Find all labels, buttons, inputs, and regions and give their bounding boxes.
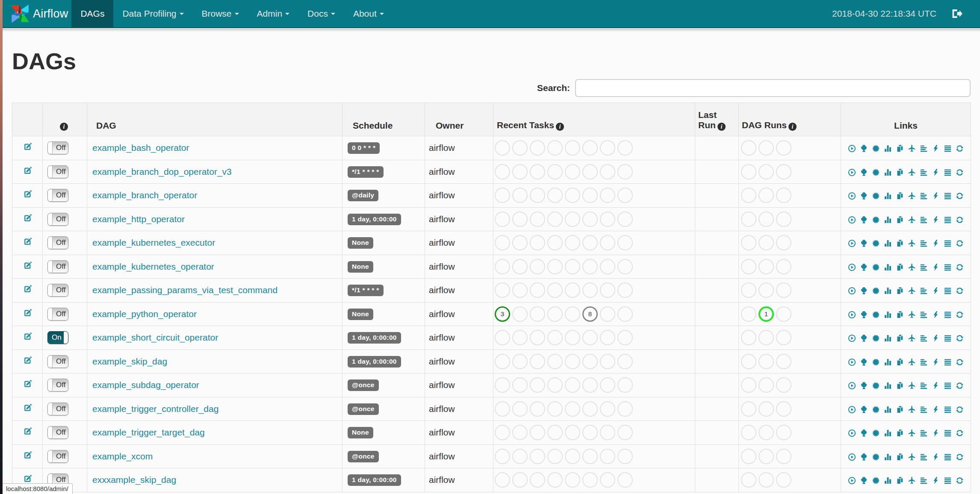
logout-button[interactable] bbox=[951, 8, 963, 20]
dag-toggle[interactable]: Off bbox=[47, 403, 68, 415]
task-state-circle[interactable] bbox=[547, 377, 563, 393]
duplicate-link[interactable] bbox=[896, 216, 904, 224]
play-circle-link[interactable] bbox=[848, 476, 856, 485]
flash-link[interactable] bbox=[932, 476, 940, 485]
refresh-link[interactable] bbox=[956, 168, 964, 176]
burst-link[interactable] bbox=[872, 192, 880, 200]
duplicate-link[interactable] bbox=[896, 382, 904, 390]
dag-run-circle[interactable] bbox=[759, 235, 774, 250]
task-state-circle[interactable] bbox=[547, 212, 563, 227]
task-state-circle[interactable] bbox=[495, 282, 510, 298]
bar-chart-link[interactable] bbox=[884, 476, 892, 485]
task-state-circle[interactable] bbox=[600, 259, 615, 274]
dag-run-circle[interactable] bbox=[741, 282, 756, 298]
tree-link[interactable] bbox=[860, 192, 868, 200]
duplicate-link[interactable] bbox=[896, 311, 904, 319]
align-justify-link[interactable] bbox=[944, 192, 952, 200]
flash-link[interactable] bbox=[932, 382, 940, 390]
nav-item-dags[interactable]: DAGs bbox=[71, 0, 113, 27]
dag-run-circle[interactable] bbox=[759, 330, 774, 345]
flash-link[interactable] bbox=[932, 358, 940, 366]
task-state-circle[interactable] bbox=[547, 306, 563, 322]
task-state-circle[interactable] bbox=[512, 259, 528, 274]
task-state-circle[interactable] bbox=[547, 330, 563, 345]
align-justify-link[interactable] bbox=[944, 334, 952, 342]
tree-link[interactable] bbox=[860, 239, 868, 247]
task-state-circle[interactable] bbox=[547, 259, 563, 274]
task-state-circle[interactable] bbox=[495, 259, 510, 274]
burst-link[interactable] bbox=[872, 263, 880, 271]
task-state-circle[interactable] bbox=[512, 212, 528, 227]
dag-toggle[interactable]: Off bbox=[47, 355, 68, 368]
bar-chart-link[interactable] bbox=[884, 287, 892, 295]
task-state-circle[interactable] bbox=[600, 140, 615, 156]
dag-link[interactable]: example_kubernetes_executor bbox=[92, 238, 215, 247]
dag-run-circle[interactable] bbox=[741, 472, 756, 488]
plane-link[interactable] bbox=[908, 406, 916, 414]
align-left-link[interactable] bbox=[920, 429, 928, 437]
align-justify-link[interactable] bbox=[944, 406, 952, 414]
flash-link[interactable] bbox=[932, 168, 940, 176]
dag-link[interactable]: example_bash_operator bbox=[92, 143, 189, 153]
dag-run-circle[interactable] bbox=[776, 188, 791, 203]
dag-toggle[interactable]: On bbox=[47, 331, 68, 344]
refresh-link[interactable] bbox=[956, 453, 964, 461]
info-icon[interactable]: i bbox=[556, 123, 564, 131]
task-state-circle[interactable] bbox=[512, 306, 528, 322]
align-justify-link[interactable] bbox=[944, 382, 952, 390]
task-state-circle[interactable] bbox=[617, 330, 633, 345]
dag-link[interactable]: example_skip_dag bbox=[92, 356, 167, 366]
task-state-circle[interactable] bbox=[617, 425, 633, 440]
task-state-circle[interactable] bbox=[600, 449, 615, 464]
flash-link[interactable] bbox=[932, 216, 940, 224]
task-state-circle[interactable] bbox=[495, 140, 510, 156]
task-state-circle[interactable] bbox=[565, 212, 580, 227]
task-state-circle[interactable] bbox=[530, 282, 545, 298]
header-owner[interactable]: Owner bbox=[425, 103, 493, 136]
dag-run-circle[interactable] bbox=[776, 401, 791, 417]
duplicate-link[interactable] bbox=[896, 334, 904, 342]
schedule-badge[interactable]: None bbox=[348, 309, 373, 320]
dag-run-circle[interactable] bbox=[759, 449, 774, 464]
tree-link[interactable] bbox=[860, 144, 868, 153]
task-state-circle[interactable] bbox=[565, 164, 580, 179]
align-left-link[interactable] bbox=[920, 263, 928, 271]
plane-link[interactable] bbox=[908, 358, 916, 366]
dag-link[interactable]: example_branch_operator bbox=[92, 190, 197, 200]
task-state-circle[interactable] bbox=[512, 472, 528, 488]
bar-chart-link[interactable] bbox=[884, 453, 892, 461]
schedule-badge[interactable]: */1 * * * * bbox=[348, 166, 384, 178]
edit-dag-button[interactable] bbox=[23, 214, 32, 223]
task-state-circle[interactable] bbox=[565, 401, 580, 417]
refresh-link[interactable] bbox=[956, 216, 964, 224]
task-state-circle[interactable] bbox=[582, 425, 598, 440]
task-state-circle[interactable] bbox=[512, 330, 528, 345]
burst-link[interactable] bbox=[872, 429, 880, 437]
task-state-circle[interactable] bbox=[547, 164, 563, 179]
align-left-link[interactable] bbox=[920, 382, 928, 390]
duplicate-link[interactable] bbox=[896, 287, 904, 295]
burst-link[interactable] bbox=[872, 358, 880, 366]
plane-link[interactable] bbox=[908, 216, 916, 224]
edit-dag-button[interactable] bbox=[23, 427, 32, 436]
task-state-circle[interactable] bbox=[530, 354, 545, 369]
duplicate-link[interactable] bbox=[896, 168, 904, 176]
task-state-circle[interactable] bbox=[547, 354, 563, 369]
task-state-circle[interactable] bbox=[530, 306, 545, 322]
task-state-circle[interactable] bbox=[530, 259, 545, 274]
task-state-circle[interactable] bbox=[617, 472, 633, 488]
edit-dag-button[interactable] bbox=[23, 142, 32, 151]
edit-dag-button[interactable] bbox=[23, 403, 32, 412]
task-state-circle[interactable] bbox=[565, 377, 580, 393]
play-circle-link[interactable] bbox=[848, 334, 856, 342]
tree-link[interactable] bbox=[860, 406, 868, 414]
nav-item-data-profiling[interactable]: Data Profiling bbox=[113, 0, 192, 27]
plane-link[interactable] bbox=[908, 192, 916, 200]
plane-link[interactable] bbox=[908, 429, 916, 437]
play-circle-link[interactable] bbox=[848, 382, 856, 390]
task-state-circle[interactable] bbox=[617, 449, 633, 464]
dag-run-circle[interactable] bbox=[776, 306, 791, 322]
play-circle-link[interactable] bbox=[848, 311, 856, 319]
align-justify-link[interactable] bbox=[944, 216, 952, 224]
task-state-circle[interactable] bbox=[512, 235, 528, 250]
